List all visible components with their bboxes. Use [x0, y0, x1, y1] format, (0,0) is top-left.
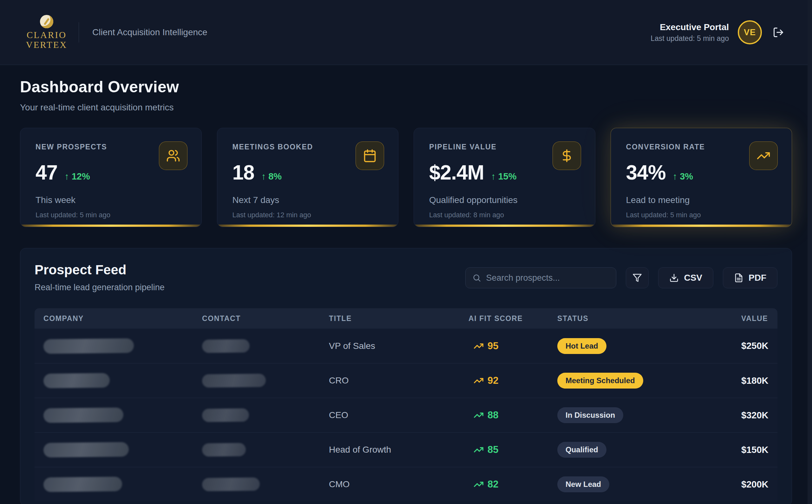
contact-title: CMO — [320, 479, 460, 489]
redacted-contact — [202, 408, 249, 422]
ai-fit-score: 85 — [474, 444, 548, 455]
brand-name-line1: CLARIO — [27, 30, 67, 40]
filter-button[interactable] — [626, 267, 649, 288]
deal-value: $250K — [732, 341, 777, 351]
kpi-last-updated: Last updated: 5 min ago — [36, 211, 186, 219]
kpi-context: This week — [36, 195, 186, 205]
export-csv-button[interactable]: CSV — [658, 267, 713, 288]
trending-up-icon — [474, 479, 484, 489]
table-row[interactable]: CMO 82 New Lead $200K — [35, 467, 777, 501]
kpi-accent-bar — [20, 225, 201, 227]
filter-icon — [632, 273, 642, 283]
redacted-company — [43, 442, 129, 458]
ai-fit-score: 92 — [474, 375, 548, 386]
log-out-icon — [773, 27, 784, 38]
trending-up-icon — [474, 341, 484, 351]
trending-up-icon — [474, 410, 484, 420]
app-header: CLARIO VERTEX Client Acquisition Intelli… — [0, 0, 812, 65]
trending-up-icon — [474, 445, 484, 455]
deal-value: $320K — [732, 410, 777, 421]
feed-title: Prospect Feed — [35, 262, 165, 278]
pdf-button-label: PDF — [749, 273, 766, 283]
header-divider — [79, 22, 79, 43]
table-body: VP of Sales 95 Hot Lead $250K CRO 92 Mee… — [35, 329, 777, 501]
redacted-company — [43, 338, 134, 354]
file-text-icon — [734, 273, 743, 283]
redacted-contact — [202, 374, 266, 388]
kpi-last-updated: Last updated: 12 min ago — [232, 211, 383, 219]
table-row[interactable]: CEO 88 In Discussion $320K — [35, 398, 777, 432]
feed-heading: Prospect Feed Real-time lead generation … — [35, 262, 165, 292]
redacted-contact — [202, 443, 246, 456]
kpi-card-pipeline-value[interactable]: PIPELINE VALUE $2.4M ↑ 15% Qualified opp… — [414, 128, 595, 227]
table-header-row: COMPANYCONTACTTITLEAI FIT SCORESTATUSVAL… — [35, 308, 777, 329]
score-value: 82 — [488, 479, 498, 490]
logout-button[interactable] — [771, 25, 786, 40]
deal-value: $150K — [732, 445, 777, 455]
status-badge: New Lead — [557, 476, 609, 492]
contact-title: CRO — [320, 376, 460, 386]
redacted-company — [43, 408, 123, 423]
table-row[interactable]: CRO 92 Meeting Scheduled $180K — [35, 363, 777, 398]
status-badge: In Discussion — [557, 407, 623, 423]
brand-logo-icon — [40, 15, 53, 28]
kpi-value: 18 — [232, 161, 254, 184]
export-pdf-button[interactable]: PDF — [723, 267, 777, 288]
score-value: 85 — [488, 444, 498, 455]
scrollbar-track[interactable] — [808, 0, 812, 504]
portal-info: Executive Portal Last updated: 5 min ago — [651, 22, 729, 43]
kpi-value: $2.4M — [429, 161, 484, 184]
kpi-card-new-prospects[interactable]: NEW PROSPECTS 47 ↑ 12% This week Last up… — [20, 128, 202, 227]
column-header-company: COMPANY — [35, 314, 193, 323]
kpi-card-conversion-rate[interactable]: CONVERSION RATE 34% ↑ 3% Lead to meeting… — [611, 128, 792, 227]
deal-value: $200K — [732, 479, 777, 490]
ai-fit-score: 82 — [474, 479, 548, 490]
search-wrap — [465, 267, 616, 288]
users-icon — [166, 149, 180, 163]
kpi-card-grid: NEW PROSPECTS 47 ↑ 12% This week Last up… — [0, 128, 812, 227]
search-input[interactable] — [465, 267, 616, 288]
brand-logo: CLARIO VERTEX — [28, 15, 65, 50]
score-value: 88 — [488, 409, 498, 421]
prospect-feed-panel: Prospect Feed Real-time lead generation … — [20, 248, 792, 504]
kpi-delta: ↑ 12% — [64, 171, 90, 182]
kpi-last-updated: Last updated: 8 min ago — [429, 211, 580, 219]
kpi-delta: ↑ 8% — [261, 171, 282, 182]
prospect-table: COMPANYCONTACTTITLEAI FIT SCORESTATUSVAL… — [35, 308, 777, 501]
kpi-value: 47 — [36, 161, 57, 184]
redacted-company — [43, 477, 122, 492]
kpi-delta: ↑ 15% — [491, 171, 517, 182]
column-header-contact: CONTACT — [193, 314, 320, 323]
ai-fit-score: 88 — [474, 409, 548, 421]
status-badge: Hot Lead — [557, 338, 606, 354]
score-value: 95 — [488, 340, 498, 352]
table-row[interactable]: VP of Sales 95 Hot Lead $250K — [35, 329, 777, 363]
page-subtitle: Your real-time client acquisition metric… — [20, 102, 792, 113]
kpi-accent-bar — [414, 225, 595, 227]
redacted-company — [43, 373, 110, 388]
kpi-card-meetings-booked[interactable]: MEETINGS BOOKED 18 ↑ 8% Next 7 days Last… — [217, 128, 399, 227]
page-title: Dashboard Overview — [20, 78, 792, 96]
dollar-icon — [560, 149, 574, 163]
csv-button-label: CSV — [684, 273, 702, 283]
kpi-context: Qualified opportunities — [429, 195, 580, 205]
trending-up-icon — [756, 149, 770, 163]
redacted-contact — [202, 339, 250, 353]
app-tagline: Client Acquisition Intelligence — [92, 27, 207, 37]
column-header-title: TITLE — [320, 314, 460, 323]
kpi-value: 34% — [626, 161, 666, 184]
trending-up-icon — [474, 376, 484, 386]
contact-title: CEO — [320, 410, 460, 420]
download-icon — [669, 273, 679, 283]
deal-value: $180K — [732, 376, 777, 386]
column-header-value: VALUE — [732, 314, 777, 323]
avatar[interactable]: VE — [738, 20, 762, 44]
table-row[interactable]: Head of Growth 85 Qualified $150K — [35, 432, 777, 467]
kpi-accent-bar — [217, 225, 398, 227]
contact-title: Head of Growth — [320, 445, 460, 455]
redacted-contact — [202, 477, 260, 491]
portal-title: Executive Portal — [651, 22, 729, 32]
kpi-context: Lead to meeting — [626, 195, 777, 205]
kpi-last-updated: Last updated: 5 min ago — [626, 211, 777, 219]
kpi-accent-bar — [611, 225, 792, 227]
